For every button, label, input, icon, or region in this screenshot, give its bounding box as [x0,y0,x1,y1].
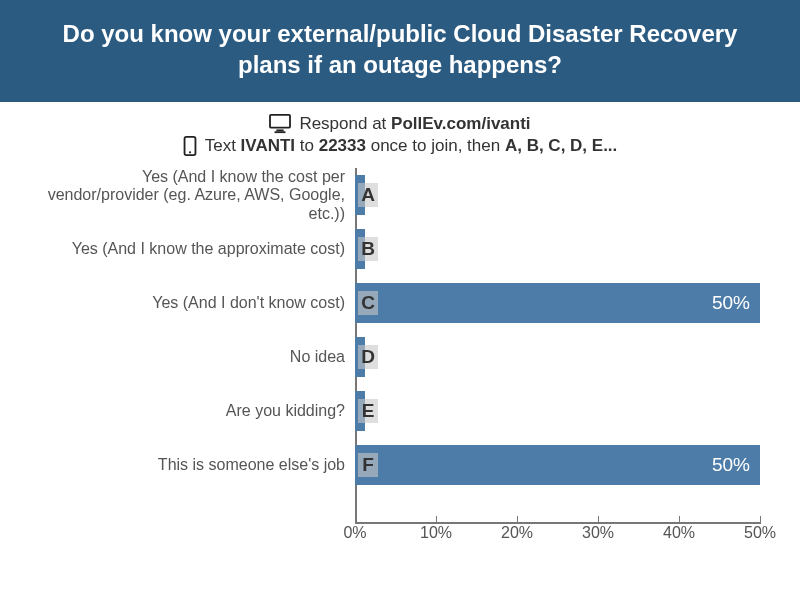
chart-row: Yes (And I don't know cost)50%C [40,276,760,330]
option-letter: D [358,345,378,369]
bar-track: 50%F [355,438,760,492]
bar-chart: Yes (And I know the cost per vendor/prov… [40,168,760,560]
option-label: Yes (And I know the approximate cost) [40,240,355,258]
chart-row: Yes (And I know the cost per vendor/prov… [40,168,760,222]
text-keyword: IVANTI [241,136,295,155]
text-mid: to [295,136,319,155]
instructions: Respond at PollEv.com/ivanti Text IVANTI… [0,102,800,164]
text-options: A, B, C, D, E... [505,136,617,155]
bar-track: D [355,330,760,384]
bar-track: B [355,222,760,276]
text-instruction: Text IVANTI to 22333 once to join, then … [205,136,618,156]
option-letter: C [358,291,378,315]
bar: 50% [355,283,760,323]
bar-value-label: 50% [712,292,750,314]
chart-row: This is someone else's job50%F [40,438,760,492]
option-label: This is someone else's job [40,456,355,474]
chart-rows: Yes (And I know the cost per vendor/prov… [40,168,760,492]
phone-icon [183,136,197,156]
x-tick: 10% [420,524,452,542]
monitor-icon [269,114,291,134]
instruction-line-web: Respond at PollEv.com/ivanti [0,114,800,134]
bar-value-label: 50% [712,454,750,476]
svg-rect-1 [277,130,284,132]
x-tick: 0% [343,524,366,542]
option-label: No idea [40,348,355,366]
x-tick: 50% [744,524,776,542]
svg-point-4 [189,152,191,154]
instruction-line-text: Text IVANTI to 22333 once to join, then … [0,136,800,156]
bar-track: A [355,168,760,222]
bar-track: 50%C [355,276,760,330]
chart-row: Are you kidding?E [40,384,760,438]
option-letter: A [358,183,378,207]
bar: 50% [355,445,760,485]
option-letter: E [358,399,378,423]
respond-url: PollEv.com/ivanti [391,114,531,133]
x-axis-ticks: 0%10%20%30%40%50% [355,524,760,560]
bar-track: E [355,384,760,438]
respond-prefix: Respond at [299,114,391,133]
chart-row: No ideaD [40,330,760,384]
option-label: Are you kidding? [40,402,355,420]
svg-rect-0 [270,115,290,128]
question-header: Do you know your external/public Cloud D… [0,0,800,102]
text-number: 22333 [319,136,366,155]
chart-area: Yes (And I know the cost per vendor/prov… [0,164,800,600]
x-tick: 20% [501,524,533,542]
option-letter: B [358,237,378,261]
x-tick: 30% [582,524,614,542]
svg-rect-2 [275,132,286,134]
option-label: Yes (And I don't know cost) [40,294,355,312]
x-tick: 40% [663,524,695,542]
question-text: Do you know your external/public Cloud D… [63,20,738,78]
text-prefix: Text [205,136,241,155]
text-suffix: once to join, then [366,136,505,155]
option-label: Yes (And I know the cost per vendor/prov… [40,168,355,223]
option-letter: F [358,453,378,477]
poll-frame: Do you know your external/public Cloud D… [0,0,800,600]
respond-text: Respond at PollEv.com/ivanti [299,114,530,134]
chart-row: Yes (And I know the approximate cost)B [40,222,760,276]
